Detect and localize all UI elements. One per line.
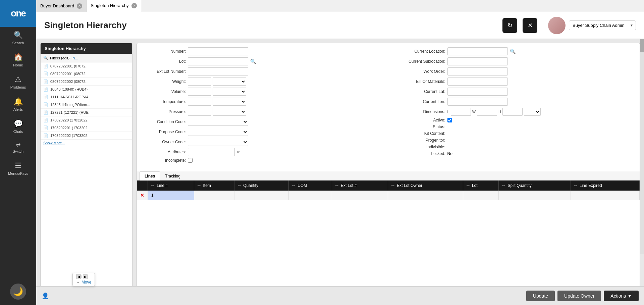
pressure-input[interactable] [188,108,211,116]
number-input[interactable] [188,47,248,55]
indivisible-label: Indivisible: [395,145,445,149]
tree-item-7[interactable]: 📄 173020220 (17032022... [41,116,132,124]
sidebar-item-search[interactable]: 🔍 Search [0,27,36,49]
update-button[interactable]: Update [526,291,555,301]
scroll-left-button[interactable]: ◀ [76,274,81,279]
bottom-person-icon-button[interactable]: 👤 [42,292,49,300]
dim-unit-select[interactable] [524,108,541,116]
temperature-input[interactable] [188,98,211,106]
pressure-unit-select[interactable] [213,108,246,116]
row-item-cell[interactable] [194,191,234,200]
scrollbar-thumb[interactable] [640,39,644,52]
vertical-scrollbar[interactable] [640,39,644,254]
lot-search-button[interactable]: 🔍 [250,58,257,65]
current-lon-input[interactable] [447,98,508,106]
form-row-attributes: Attributes: ✏ [142,148,382,156]
form-row-number: Number: [142,47,382,55]
current-location-input[interactable] [447,47,508,55]
dim-h-input[interactable] [502,108,523,116]
update-owner-button[interactable]: Update Owner [557,291,601,301]
col-uom-edit-icon[interactable]: ✏ [292,184,295,188]
tab-tracking[interactable]: Tracking [160,171,185,181]
show-more-link[interactable]: Show More... [41,140,132,146]
volume-unit-select[interactable] [213,88,246,96]
row-uom-cell[interactable] [288,191,332,200]
close-button[interactable]: ✕ [523,18,537,33]
move-arrow-icon: → [76,280,80,285]
col-line-edit-icon[interactable]: ✏ [151,184,154,188]
temperature-unit-select[interactable] [213,98,246,106]
lot-input[interactable] [188,57,248,65]
app-logo[interactable]: one [0,0,36,27]
tree-item-9[interactable]: 📄 1703202202 (1703202... [41,132,132,140]
refresh-button[interactable]: ↻ [502,18,517,33]
attributes-input[interactable] [188,148,235,156]
purpose-code-select[interactable] [188,128,248,136]
weight-input[interactable] [188,78,211,86]
row-split-qty-cell[interactable] [499,191,571,200]
role-select[interactable]: Buyer Supply Chain Admin [569,20,636,30]
sidebar-item-menus[interactable]: ☰ Menus/Favs [0,157,36,180]
tree-item-4[interactable]: 📄 1111.H4-SC11-ROP-I4 [41,93,132,101]
active-checkbox[interactable] [447,118,452,122]
weight-unit-select[interactable] [213,78,246,86]
attributes-label: Attributes: [142,150,186,154]
current-location-search-button[interactable]: 🔍 [509,48,516,55]
condition-code-select[interactable] [188,118,248,126]
move-link[interactable]: Move [82,280,91,285]
owner-code-select[interactable] [188,138,248,146]
tree-item-doc-icon-4: 📄 [43,95,48,99]
sidebar-item-alerts[interactable]: 🔔 Alerts [0,93,36,115]
sidebar-item-problems[interactable]: ⚠ Problems [0,71,36,93]
tree-item-5[interactable]: 📄 12345.H4IntegPOItem... [41,101,132,109]
col-line-expired-edit-icon[interactable]: ✏ [574,184,577,188]
tab-buyer-dashboard[interactable]: Buyer Dashboard ✕ [36,0,87,12]
row-line-expired-cell[interactable] [571,191,639,200]
filters-edit-link[interactable]: N... [72,56,78,60]
avatar[interactable]: 🌙 [10,284,26,300]
tab-singleton-hierarchy[interactable]: Singleton Hierarchy ✕ [87,0,141,12]
col-lot-edit-icon[interactable]: ✏ [467,184,470,188]
row-ext-lot-owner-cell[interactable] [388,191,463,200]
tree-item-2[interactable]: 📄 08072022002 (08072... [41,78,132,86]
scroll-right-button[interactable]: ▶ [83,274,88,279]
actions-button[interactable]: Actions ▼ [604,291,639,301]
dim-l-input[interactable] [451,108,471,116]
sidebar-item-switch[interactable]: ⇄ Switch [0,138,36,157]
tree-item-doc-icon-7: 📄 [43,118,48,122]
dim-w-input[interactable] [477,108,497,116]
ext-lot-number-label: Ext Lot Number: [142,69,186,74]
tab-bar: Buyer Dashboard ✕ Singleton Hierarchy ✕ [36,0,644,12]
col-quantity-edit-icon[interactable]: ✏ [238,184,241,188]
col-split-qty-edit-icon[interactable]: ✏ [502,184,505,188]
sidebar-item-chats[interactable]: 💬 Chats [0,115,36,138]
col-ext-lot-num-edit-icon[interactable]: ✏ [335,184,338,188]
col-ext-lot-num-header: ✏ Ext Lot # [332,181,388,191]
row-ext-lot-num-cell[interactable] [332,191,388,200]
row-lot-cell[interactable] [463,191,499,200]
tab-buyer-dashboard-close[interactable]: ✕ [77,3,82,9]
tab-lines[interactable]: Lines [140,171,160,181]
tree-item-0[interactable]: 📄 07072022001 (07072... [41,62,132,70]
tree-item-3[interactable]: 📄 10840 (10840) (HUB4) [41,86,132,93]
form-main: Number: Lot: 🔍 Ext Lot Number: [142,47,634,165]
col-item-edit-icon[interactable]: ✏ [198,184,201,188]
sidebar-item-home[interactable]: 🏠 Home [0,49,36,71]
bill-of-materials-input[interactable] [447,78,508,86]
attributes-edit-button[interactable]: ✏ [236,149,241,155]
col-ext-lot-owner-edit-icon[interactable]: ✏ [391,184,394,188]
tree-item-text-5: 12345.H4IntegPOItem... [50,103,90,107]
incomplete-checkbox[interactable] [188,158,193,163]
ext-lot-number-input[interactable] [188,67,248,75]
row-line-num-cell[interactable]: 1 [148,191,194,200]
current-lat-input[interactable] [447,88,508,96]
row-delete-button[interactable]: ✕ [140,193,144,198]
tree-item-1[interactable]: 📄 08072022001 (08072... [41,70,132,78]
volume-input[interactable] [188,88,211,96]
tab-singleton-hierarchy-close[interactable]: ✕ [131,3,137,8]
current-sublocation-input[interactable] [447,57,508,65]
row-quantity-cell[interactable] [234,191,288,200]
tree-item-6[interactable]: 📄 127221 (127221) (HUE... [41,109,132,116]
work-order-input[interactable] [447,67,508,75]
tree-item-8[interactable]: 📄 1703202201 (1703202... [41,124,132,132]
